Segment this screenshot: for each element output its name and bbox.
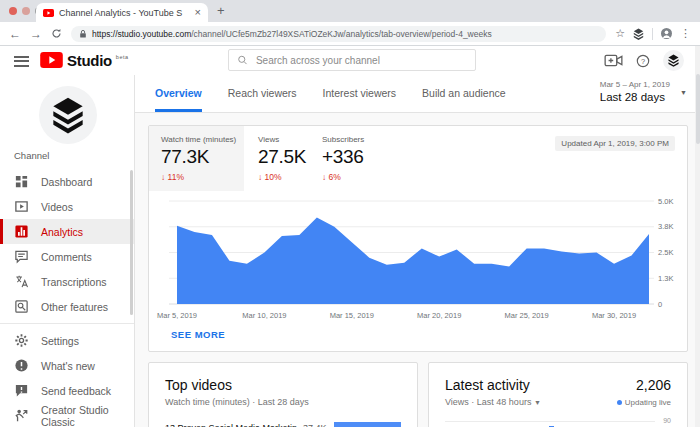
sidebar: Channel Dashboard Videos Analytics Comme… <box>0 75 135 427</box>
metric-value: 77.3K <box>161 146 232 168</box>
video-bar <box>334 422 401 427</box>
sidebar-divider <box>0 323 134 324</box>
top-video-row[interactable]: 13 Proven Social Media Marketing Tips f.… <box>165 422 401 427</box>
youtube-favicon-icon <box>43 9 54 17</box>
header-actions: ? <box>604 46 684 75</box>
sidebar-scrollbar[interactable] <box>130 170 133 315</box>
svg-text:Mar 15, 2019: Mar 15, 2019 <box>330 311 374 320</box>
browser-profile-avatar[interactable] <box>661 28 672 39</box>
videos-icon <box>14 199 29 214</box>
sparkline-grid-label: 90 <box>663 417 671 424</box>
latest-activity-sparkline: 90 <box>445 421 671 427</box>
browser-tab[interactable]: Channel Analytics - YouTube S × <box>36 3 208 22</box>
date-range-text: Mar 5 – Apr 1, 2019 <box>600 80 670 89</box>
youtube-play-icon <box>40 52 63 68</box>
extension-layers-icon[interactable] <box>633 28 644 40</box>
svg-text:Mar 10, 2019: Mar 10, 2019 <box>242 311 286 320</box>
svg-text:0: 0 <box>658 300 662 309</box>
sidebar-item-label: Settings <box>41 335 79 347</box>
sidebar-item-label: Transcriptions <box>41 276 107 288</box>
sidebar-item-analytics[interactable]: Analytics <box>0 219 134 244</box>
watch-time-chart[interactable]: 01.3K2.5K3.8K5.0KMar 5, 2019Mar 10, 2019… <box>149 189 689 329</box>
sidebar-item-label: Creator Studio Classic <box>41 404 134 427</box>
analytics-icon <box>14 224 29 239</box>
tab-title: Channel Analytics - YouTube S <box>59 8 190 18</box>
sidebar-item-label: Other features <box>41 301 108 313</box>
metric-value: +336 <box>322 146 364 168</box>
window-minimize-button[interactable] <box>22 7 30 15</box>
hamburger-menu-icon[interactable] <box>14 56 29 69</box>
metric-label: Subscribers <box>322 135 364 144</box>
whats-new-icon <box>14 358 29 373</box>
live-label: Updating live <box>625 398 671 407</box>
filter-label: Views · Last 48 hours <box>445 397 531 407</box>
sidebar-item-settings[interactable]: Settings <box>0 328 134 353</box>
sidebar-item-creator-studio-classic[interactable]: Creator Studio Classic <box>0 403 134 427</box>
metric-label: Watch time (minutes) <box>161 135 232 144</box>
latest-activity-filter[interactable]: Views · Last 48 hours ▼ <box>445 397 541 407</box>
metric-watch-time[interactable]: Watch time (minutes) 77.3K ↓ 11% <box>149 126 244 191</box>
new-tab-button[interactable]: + <box>217 3 225 19</box>
sidebar-item-videos[interactable]: Videos <box>0 194 134 219</box>
help-icon[interactable]: ? <box>636 54 650 68</box>
watch-time-chart-area[interactable]: 01.3K2.5K3.8K5.0KMar 5, 2019Mar 10, 2019… <box>149 189 689 329</box>
metric-delta: ↓ 6% <box>322 172 364 182</box>
date-range-caret-icon[interactable]: ▼ <box>680 89 687 96</box>
tab-reach-viewers[interactable]: Reach viewers <box>228 75 297 112</box>
sidebar-channel-avatar[interactable] <box>39 86 97 144</box>
date-range-picker[interactable]: Mar 5 – Apr 1, 2019 Last 28 days <box>600 80 670 103</box>
metric-selector: Watch time (minutes) 77.3K ↓ 11% Views 2… <box>149 126 687 191</box>
latest-activity-card: Latest activity 2,206 Views · Last 48 ho… <box>428 362 688 427</box>
analytics-tabs-row: Overview Reach viewers Interest viewers … <box>135 75 700 113</box>
metric-subscribers[interactable]: Subscribers +336 ↓ 6% <box>308 126 376 191</box>
sidebar-item-send-feedback[interactable]: Send feedback <box>0 378 134 403</box>
sidebar-menu: Dashboard Videos Analytics Comments Tran… <box>0 169 134 427</box>
forward-icon[interactable]: → <box>30 28 42 40</box>
see-more-link[interactable]: SEE MORE <box>171 329 225 340</box>
card-title: Latest activity <box>445 377 530 393</box>
browser-menu-icon[interactable]: ⋮ <box>680 27 691 40</box>
sidebar-item-transcriptions[interactable]: Transcriptions <box>0 269 134 294</box>
feedback-icon <box>14 383 29 398</box>
metric-value: 27.5K <box>258 146 296 168</box>
address-bar[interactable]: https://studio.youtube.com/channel/UCfe5… <box>71 26 606 42</box>
video-title: 13 Proven Social Media Marketing Tips f.… <box>165 423 297 427</box>
metric-delta: ↓ 10% <box>258 172 296 182</box>
sidebar-item-other-features[interactable]: Other features <box>0 294 134 319</box>
bookmark-star-icon[interactable]: ☆ <box>615 27 625 40</box>
sidebar-item-label: Videos <box>41 201 73 213</box>
channel-avatar[interactable] <box>663 50 684 71</box>
padlock-icon <box>79 29 87 39</box>
metric-delta: ↓ 11% <box>161 172 232 182</box>
sidebar-item-whats-new[interactable]: What's new <box>0 353 134 378</box>
window-close-button[interactable] <box>9 7 17 15</box>
svg-text:2.5K: 2.5K <box>658 248 673 257</box>
layers-icon <box>52 96 84 134</box>
dropdown-caret-icon: ▼ <box>534 399 541 406</box>
settings-gear-icon <box>14 333 29 348</box>
svg-text:Mar 30, 2019: Mar 30, 2019 <box>592 311 636 320</box>
studio-header: Studio beta ? <box>0 46 700 76</box>
sidebar-item-label: Analytics <box>41 226 83 238</box>
sidebar-item-comments[interactable]: Comments <box>0 244 134 269</box>
transcriptions-icon <box>14 274 29 289</box>
svg-text:3.8K: 3.8K <box>658 222 673 231</box>
metric-label: Views <box>258 135 296 144</box>
scrollbar-thumb[interactable] <box>696 74 700 144</box>
tab-close-icon[interactable]: × <box>195 7 201 18</box>
sidebar-item-dashboard[interactable]: Dashboard <box>0 169 134 194</box>
create-video-icon[interactable] <box>604 54 623 67</box>
browser-tab-bar: Channel Analytics - YouTube S × + <box>0 0 700 22</box>
search-input[interactable] <box>254 54 467 67</box>
sparkline-gridline <box>445 421 655 422</box>
back-icon[interactable]: ← <box>9 28 21 40</box>
window-scrollbar[interactable] <box>695 46 700 427</box>
youtube-studio-logo[interactable]: Studio beta <box>40 52 129 69</box>
tab-interest-viewers[interactable]: Interest viewers <box>323 75 397 112</box>
tab-overview[interactable]: Overview <box>155 75 202 112</box>
channel-search-box[interactable] <box>228 49 476 71</box>
reload-icon[interactable] <box>51 28 62 39</box>
search-icon <box>237 54 248 66</box>
tab-build-an-audience[interactable]: Build an audience <box>422 75 505 112</box>
metric-views[interactable]: Views 27.5K ↓ 10% <box>244 126 308 191</box>
